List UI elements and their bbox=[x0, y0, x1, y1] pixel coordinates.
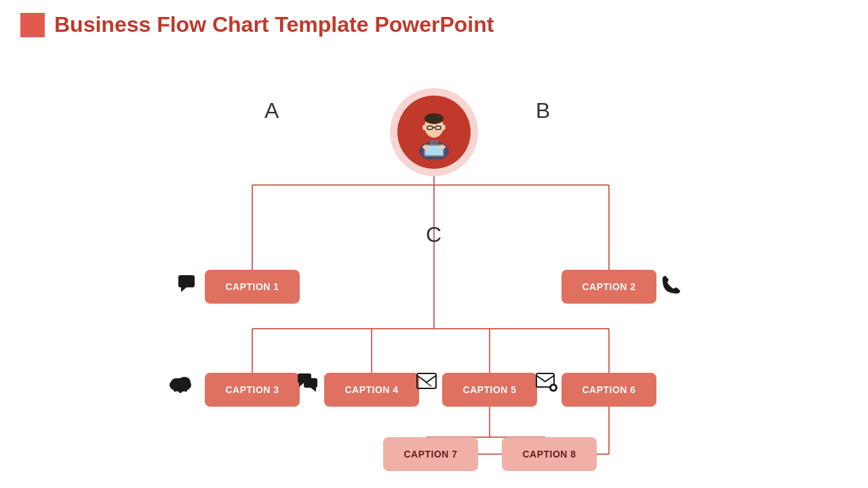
email-settings-icon bbox=[536, 373, 557, 396]
caption-box-7: CAPTION 7 bbox=[383, 437, 478, 471]
avatar-outer-circle bbox=[390, 88, 478, 176]
svg-point-37 bbox=[179, 390, 182, 393]
page-title: Business Flow Chart Template PowerPoint bbox=[54, 12, 494, 37]
label-c: C bbox=[426, 222, 441, 247]
caption-box-3: CAPTION 3 bbox=[205, 373, 300, 407]
label-a: A bbox=[264, 98, 279, 123]
email-icon bbox=[416, 373, 437, 393]
caption-box-1: CAPTION 1 bbox=[205, 270, 300, 304]
svg-rect-41 bbox=[304, 378, 317, 388]
svg-marker-40 bbox=[299, 383, 304, 387]
svg-marker-42 bbox=[311, 388, 316, 392]
svg-point-29 bbox=[422, 145, 429, 149]
svg-point-38 bbox=[184, 389, 187, 392]
svg-point-30 bbox=[439, 145, 446, 149]
caption-box-6: CAPTION 6 bbox=[561, 373, 656, 407]
avatar-inner-circle bbox=[397, 96, 471, 169]
label-b: B bbox=[536, 98, 550, 123]
avatar-illustration bbox=[407, 105, 461, 159]
chat-bubbles-icon bbox=[297, 373, 319, 396]
chat-icon bbox=[178, 274, 198, 298]
svg-rect-43 bbox=[417, 373, 436, 388]
caption-box-5: CAPTION 5 bbox=[442, 373, 537, 407]
caption-box-4: CAPTION 4 bbox=[324, 373, 419, 407]
svg-point-25 bbox=[422, 125, 427, 130]
chart-area: A B C CAPTION 1 CAPTION 2 CAPTION 3 CAPT… bbox=[0, 61, 868, 488]
svg-point-36 bbox=[174, 389, 176, 392]
svg-point-47 bbox=[551, 386, 555, 390]
svg-marker-32 bbox=[181, 287, 186, 292]
phone-icon bbox=[661, 274, 682, 300]
cloud-icon bbox=[168, 373, 193, 398]
caption-box-8: CAPTION 8 bbox=[502, 437, 597, 471]
header-accent-square bbox=[20, 13, 45, 37]
avatar-container bbox=[390, 88, 478, 176]
svg-line-44 bbox=[426, 382, 431, 386]
svg-point-26 bbox=[441, 125, 446, 130]
svg-point-35 bbox=[178, 377, 191, 388]
page-header: Business Flow Chart Template PowerPoint bbox=[0, 0, 868, 49]
svg-point-21 bbox=[425, 113, 443, 124]
svg-rect-31 bbox=[178, 275, 195, 287]
caption-box-2: CAPTION 2 bbox=[561, 270, 656, 304]
